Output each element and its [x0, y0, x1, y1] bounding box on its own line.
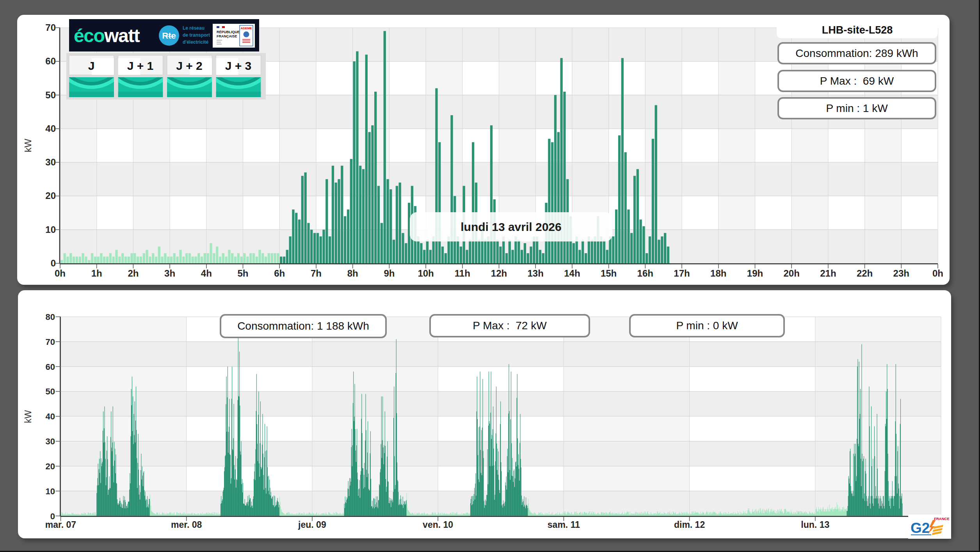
svg-text:jeu. 09: jeu. 09 — [298, 520, 326, 530]
svg-text:ven. 10: ven. 10 — [423, 520, 453, 530]
svg-text:de transport: de transport — [183, 32, 210, 38]
svg-text:23h: 23h — [893, 268, 909, 279]
svg-text:4h: 4h — [201, 268, 212, 279]
svg-text:Rte: Rte — [162, 31, 176, 41]
svg-text:1h: 1h — [91, 268, 102, 279]
svg-text:sam. 11: sam. 11 — [548, 520, 580, 530]
svg-text:80: 80 — [46, 312, 55, 322]
svg-text:lun. 13: lun. 13 — [801, 520, 829, 530]
svg-text:J + 3: J + 3 — [225, 59, 252, 72]
svg-text:15h: 15h — [601, 268, 617, 279]
svg-text:17h: 17h — [674, 268, 690, 279]
svg-text:40: 40 — [45, 123, 56, 134]
svg-text:écowatt: écowatt — [74, 25, 140, 46]
svg-text:30: 30 — [45, 157, 56, 167]
svg-text:mar. 07: mar. 07 — [45, 520, 76, 530]
svg-text:20: 20 — [45, 190, 56, 201]
svg-text:10h: 10h — [418, 268, 434, 279]
svg-text:10: 10 — [46, 486, 55, 496]
svg-text:FRANCE: FRANCE — [934, 517, 950, 521]
svg-text:21h: 21h — [820, 268, 836, 279]
svg-text:kW: kW — [23, 138, 33, 152]
svg-text:20: 20 — [46, 461, 55, 471]
svg-text:RÉPUBLIQUE: RÉPUBLIQUE — [217, 30, 240, 34]
svg-text:J + 1: J + 1 — [127, 59, 154, 72]
svg-text:mer. 08: mer. 08 — [171, 520, 202, 530]
svg-text:0h: 0h — [55, 268, 66, 279]
svg-text:10: 10 — [45, 224, 56, 235]
svg-text:6h: 6h — [274, 268, 285, 279]
svg-text:11h: 11h — [455, 268, 470, 279]
svg-text:18h: 18h — [710, 268, 726, 279]
svg-text:16h: 16h — [637, 268, 653, 279]
svg-text:60: 60 — [46, 362, 55, 372]
svg-text:30: 30 — [46, 437, 55, 446]
svg-text:d'électricité: d'électricité — [183, 39, 209, 45]
svg-text:2h: 2h — [128, 268, 139, 279]
svg-text:9h: 9h — [384, 268, 395, 279]
svg-text:50: 50 — [46, 387, 55, 396]
svg-text:70: 70 — [46, 337, 55, 347]
svg-text:40: 40 — [46, 412, 55, 421]
svg-text:0: 0 — [51, 258, 56, 268]
svg-text:50: 50 — [45, 90, 56, 100]
svg-text:dim. 12: dim. 12 — [674, 520, 705, 530]
svg-text:70: 70 — [45, 22, 56, 33]
svg-text:FRANÇAISE: FRANÇAISE — [217, 34, 237, 38]
svg-text:60: 60 — [45, 56, 56, 66]
svg-text:J: J — [88, 59, 95, 72]
svg-text:G2: G2 — [911, 520, 930, 536]
svg-text:12h: 12h — [491, 268, 507, 279]
svg-text:14h: 14h — [564, 268, 580, 279]
svg-text:Le réseau: Le réseau — [183, 25, 205, 31]
svg-text:3h: 3h — [164, 268, 175, 279]
svg-text:J + 2: J + 2 — [176, 59, 203, 72]
svg-text:20h: 20h — [784, 268, 800, 279]
svg-text:5h: 5h — [237, 268, 248, 279]
svg-text:19h: 19h — [747, 268, 763, 279]
svg-text:13h: 13h — [528, 268, 544, 279]
svg-text:ADEME: ADEME — [241, 27, 253, 30]
svg-text:kW: kW — [23, 410, 33, 423]
svg-text:0h: 0h — [932, 268, 943, 279]
svg-text:7h: 7h — [311, 268, 322, 279]
svg-text:8h: 8h — [347, 268, 358, 279]
svg-text:22h: 22h — [857, 268, 873, 279]
